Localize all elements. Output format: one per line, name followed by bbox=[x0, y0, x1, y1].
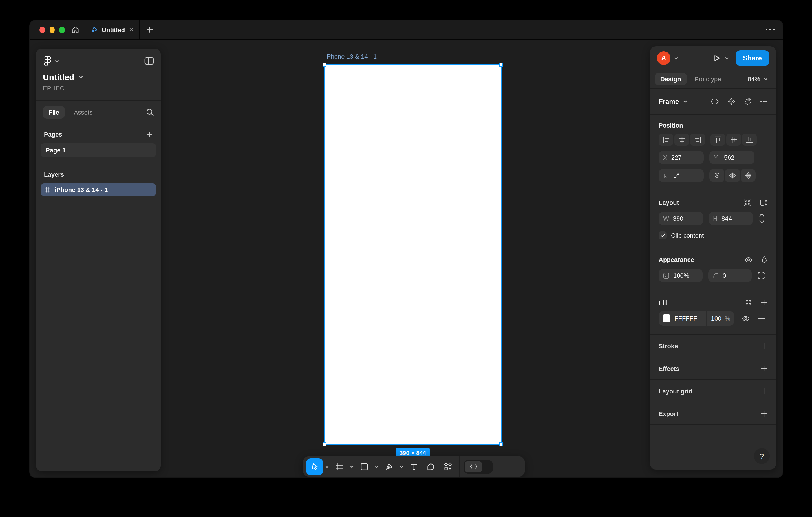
rotation-value: 0° bbox=[673, 172, 679, 179]
corner-radius-field[interactable]: 0 bbox=[708, 269, 752, 282]
independent-corners-button[interactable] bbox=[757, 271, 765, 279]
layer-name: iPhone 13 & 14 - 1 bbox=[55, 186, 108, 193]
flip-vertical-button[interactable] bbox=[741, 169, 756, 182]
left-sidebar: Untitled EPHEC File Assets Pages bbox=[36, 49, 161, 471]
toggle-fill-visibility-button[interactable] bbox=[742, 315, 750, 321]
align-horizontal-center-button[interactable] bbox=[674, 134, 689, 146]
blend-mode-button[interactable] bbox=[761, 256, 767, 264]
text-tool-button[interactable] bbox=[405, 458, 422, 475]
tab-file[interactable]: File bbox=[43, 106, 65, 118]
align-right-button[interactable] bbox=[690, 134, 705, 146]
constrain-proportions-button[interactable] bbox=[758, 214, 765, 223]
play-icon bbox=[713, 54, 720, 62]
tab-design[interactable]: Design bbox=[655, 73, 687, 85]
fill-swatch[interactable] bbox=[663, 315, 670, 322]
y-position-field[interactable]: Y -562 bbox=[709, 151, 754, 164]
add-effect-button[interactable] bbox=[761, 365, 767, 372]
align-bottom-button[interactable] bbox=[742, 134, 757, 146]
fill-color-field[interactable]: FFFFFF 100 % bbox=[659, 311, 734, 326]
close-window-button[interactable] bbox=[39, 26, 45, 33]
new-tab-button[interactable] bbox=[140, 20, 159, 39]
help-button[interactable]: ? bbox=[754, 448, 770, 464]
layer-item-frame[interactable]: iPhone 13 & 14 - 1 bbox=[40, 184, 156, 196]
create-component-button[interactable] bbox=[727, 98, 735, 105]
add-page-button[interactable] bbox=[146, 131, 153, 138]
actions-button[interactable] bbox=[439, 458, 456, 475]
shape-tool-menu[interactable] bbox=[373, 458, 381, 475]
add-stroke-button[interactable] bbox=[761, 342, 767, 349]
pages-header: Pages bbox=[44, 131, 62, 138]
share-button[interactable]: Share bbox=[735, 50, 769, 66]
avatar[interactable]: A bbox=[657, 51, 670, 65]
window-menu-button[interactable] bbox=[758, 20, 783, 39]
comment-icon bbox=[427, 463, 435, 470]
align-top-button[interactable] bbox=[710, 134, 725, 146]
align-right-icon bbox=[694, 136, 701, 143]
add-auto-layout-button[interactable] bbox=[759, 199, 767, 207]
height-value: 844 bbox=[722, 215, 732, 222]
main-menu-button[interactable] bbox=[43, 54, 60, 68]
file-name-menu[interactable]: Untitled bbox=[43, 72, 154, 82]
comment-tool-button[interactable] bbox=[422, 458, 439, 475]
resize-handle-ne[interactable] bbox=[499, 63, 503, 66]
present-button[interactable] bbox=[713, 54, 720, 62]
dev-mode-toggle[interactable] bbox=[464, 460, 493, 473]
resize-handle-se[interactable] bbox=[499, 442, 503, 446]
pen-tool-menu[interactable] bbox=[398, 458, 405, 475]
align-vertical-center-button[interactable] bbox=[726, 134, 741, 146]
height-field[interactable]: H 844 bbox=[708, 212, 753, 225]
frame-tool-button[interactable] bbox=[331, 458, 348, 475]
swap-instance-button[interactable] bbox=[744, 98, 752, 105]
clip-content-checkbox[interactable] bbox=[659, 232, 667, 239]
move-tool-button[interactable] bbox=[306, 458, 323, 475]
rotate-icon bbox=[713, 171, 721, 180]
width-field[interactable]: W 390 bbox=[659, 212, 703, 225]
resize-handle-nw[interactable] bbox=[323, 63, 326, 66]
account-menu[interactable] bbox=[674, 56, 678, 60]
visibility-button[interactable] bbox=[744, 256, 753, 263]
swap-instance-icon bbox=[744, 98, 752, 105]
opacity-icon bbox=[663, 272, 669, 278]
rotate-button[interactable] bbox=[709, 169, 724, 182]
tab-prototype[interactable]: Prototype bbox=[689, 73, 727, 85]
resize-to-fit-icon bbox=[743, 199, 751, 207]
chevron-down-icon[interactable] bbox=[683, 99, 687, 104]
clip-content-row[interactable]: Clip content bbox=[659, 232, 767, 239]
canvas-frame-label[interactable]: iPhone 13 & 14 - 1 bbox=[325, 53, 377, 60]
frame-tool-menu[interactable] bbox=[348, 458, 356, 475]
rotation-field[interactable]: 0° bbox=[659, 169, 704, 182]
minimize-window-button[interactable] bbox=[49, 26, 55, 33]
move-tool-menu[interactable] bbox=[323, 458, 331, 475]
add-fill-button[interactable] bbox=[761, 299, 767, 306]
tab-untitled[interactable]: Untitled ✕ bbox=[85, 20, 139, 39]
shape-tool-button[interactable] bbox=[356, 458, 373, 475]
add-export-button[interactable] bbox=[761, 410, 767, 417]
resize-handle-sw[interactable] bbox=[323, 442, 326, 446]
copy-as-code-button[interactable] bbox=[710, 99, 719, 104]
opacity-field[interactable]: 100% bbox=[659, 269, 702, 282]
close-tab-icon[interactable]: ✕ bbox=[129, 27, 134, 32]
fill-styles-button[interactable] bbox=[745, 299, 752, 306]
canvas-frame[interactable] bbox=[325, 65, 501, 444]
search-button[interactable] bbox=[146, 108, 154, 116]
page-item[interactable]: Page 1 bbox=[40, 143, 156, 157]
stroke-header: Stroke bbox=[659, 342, 678, 349]
export-section: Export bbox=[650, 402, 776, 425]
resize-to-fit-button[interactable] bbox=[743, 199, 751, 207]
zoom-menu[interactable]: 84% bbox=[748, 76, 772, 82]
present-menu[interactable] bbox=[724, 56, 729, 60]
more-options-button[interactable] bbox=[760, 100, 767, 103]
align-left-button[interactable] bbox=[659, 134, 673, 146]
flip-horizontal-button[interactable] bbox=[725, 169, 740, 182]
x-position-field[interactable]: X 227 bbox=[659, 151, 704, 164]
selection-type[interactable]: Frame bbox=[659, 98, 679, 105]
toggle-sidebar-button[interactable] bbox=[144, 57, 154, 65]
tab-assets[interactable]: Assets bbox=[74, 109, 92, 116]
zoom-window-button[interactable] bbox=[59, 26, 65, 33]
file-name: Untitled bbox=[43, 72, 75, 82]
pen-tool-button[interactable] bbox=[381, 458, 398, 475]
home-button[interactable] bbox=[65, 20, 85, 39]
add-layout-grid-button[interactable] bbox=[761, 387, 767, 394]
remove-fill-button[interactable] bbox=[758, 318, 765, 319]
width-label: W bbox=[663, 215, 669, 222]
